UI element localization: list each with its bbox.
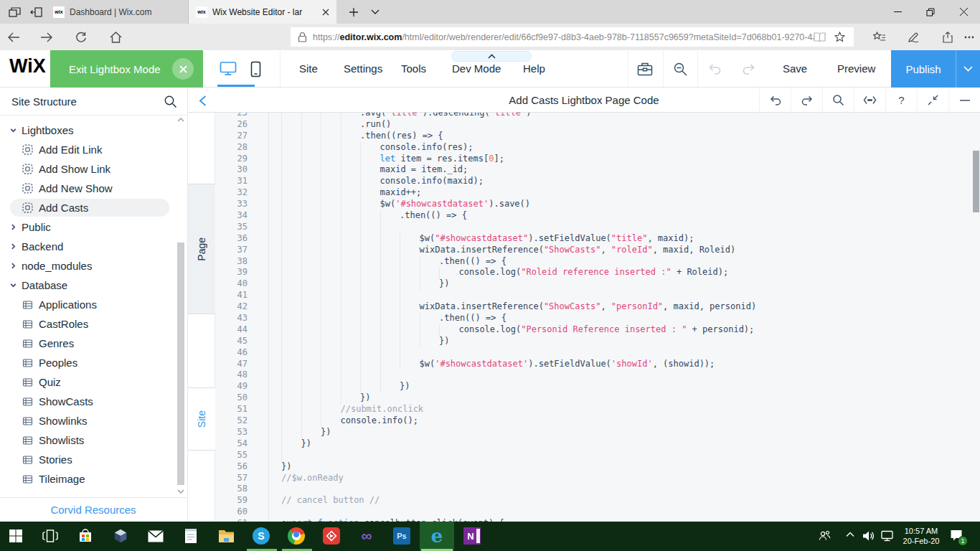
code-hide-panel-icon[interactable] <box>948 88 980 113</box>
virtualbox-icon[interactable] <box>112 527 129 545</box>
zoom-out-icon[interactable] <box>672 60 689 77</box>
tree-item-showcasts[interactable]: ShowCasts <box>0 392 188 411</box>
code-line-31[interactable]: 31console.info(maxid); <box>215 176 980 187</box>
code-line-25[interactable]: 25.avg('title').descending('title') <box>215 113 980 119</box>
code-line-34[interactable]: 34.then(() => { <box>215 210 980 222</box>
tab-close-icon[interactable] <box>322 9 329 16</box>
menu-settings[interactable]: Settings <box>344 50 382 88</box>
annotate-pen-icon[interactable] <box>903 27 924 47</box>
tree-item-add-casts[interactable]: Add Casts <box>0 198 188 217</box>
code-line-56[interactable]: 56}) <box>215 461 980 473</box>
code-line-36[interactable]: 36$w("#showcastdataset").setFieldValue("… <box>215 233 980 245</box>
code-line-30[interactable]: 30maxid = item._id; <box>215 164 980 176</box>
skype-icon[interactable]: S <box>253 527 270 545</box>
forward-icon[interactable] <box>36 27 57 47</box>
code-line-26[interactable]: 26.run() <box>215 119 980 131</box>
notepad-icon[interactable] <box>182 527 199 545</box>
code-line-32[interactable]: 32maxid++; <box>215 187 980 199</box>
code-line-48[interactable]: 48 <box>215 369 980 381</box>
corvid-resources-link[interactable]: Corvid Resources <box>50 504 136 516</box>
redo-icon[interactable] <box>740 60 758 77</box>
code-line-28[interactable]: 28console.info(res); <box>215 142 980 154</box>
code-line-60[interactable]: 60 <box>215 507 980 518</box>
desktop-view-icon[interactable] <box>220 60 237 77</box>
search-icon[interactable] <box>164 95 177 108</box>
browser-tab-dashboard[interactable]: wix Dashboard | Wix.com <box>46 0 189 24</box>
menu-tools[interactable]: Tools <box>401 50 426 88</box>
share-icon[interactable] <box>937 27 958 47</box>
refresh-icon[interactable] <box>70 27 92 47</box>
tree-item-quiz[interactable]: Quiz <box>0 372 188 392</box>
tree-item-add-new-show[interactable]: Add New Show <box>0 179 188 198</box>
mail-icon[interactable] <box>147 527 164 545</box>
code-scrollbar[interactable] <box>973 151 979 212</box>
url-field[interactable]: https://editor.wix.com/html/editor/web/r… <box>291 27 854 47</box>
start-button-icon[interactable] <box>7 527 24 545</box>
tree-item-applications[interactable]: Applications <box>0 295 188 314</box>
code-line-52[interactable]: 52console.info(); <box>215 415 980 427</box>
scroll-down-icon[interactable] <box>177 489 184 494</box>
more-options-icon[interactable] <box>958 27 980 47</box>
code-line-29[interactable]: 29let item = res.items[0]; <box>215 154 980 165</box>
tree-item-genres[interactable]: Genres <box>0 334 188 353</box>
code-line-41[interactable]: 41 <box>215 290 980 301</box>
window-close-button[interactable] <box>947 0 980 24</box>
file-explorer-icon[interactable] <box>217 527 235 545</box>
task-view-icon[interactable] <box>42 527 59 545</box>
publish-button[interactable]: Publish <box>891 50 956 88</box>
code-line-55[interactable]: 55 <box>215 450 980 461</box>
sidebar-scrollbar[interactable] <box>177 242 184 485</box>
code-line-51[interactable]: 51//submit.onclick <box>215 404 980 415</box>
code-line-38[interactable]: 38.then(() => { <box>215 256 980 268</box>
code-line-47[interactable]: 47$w('#showcastdataset').setFieldValue('… <box>215 359 980 370</box>
collapse-panel-chevron-icon[interactable] <box>195 94 209 107</box>
code-line-43[interactable]: 43.then(() => { <box>215 313 980 324</box>
taskbar-clock[interactable]: 10:57 AM 20-Feb-20 <box>898 526 944 546</box>
undo-icon[interactable] <box>706 60 723 77</box>
code-line-49[interactable]: 49}) <box>215 381 980 392</box>
close-icon[interactable] <box>172 58 194 80</box>
tree-item-public[interactable]: Public <box>0 217 188 237</box>
tree-item-lightboxes[interactable]: Lightboxes <box>0 121 188 140</box>
code-collapse-icon[interactable] <box>917 88 948 113</box>
tree-item-showlists[interactable]: Showlists <box>0 430 188 450</box>
publish-dropdown-button[interactable] <box>956 50 980 88</box>
window-restore-button[interactable] <box>914 0 947 24</box>
code-line-50[interactable]: 50}) <box>215 392 980 404</box>
code-line-44[interactable]: 44console.log("Personid Reference insert… <box>215 324 980 336</box>
code-line-39[interactable]: 39console.log("Roleid reference inserted… <box>215 267 980 278</box>
code-line-57[interactable]: 57//$w.onReady <box>215 473 980 484</box>
code-line-54[interactable]: 54}) <box>215 438 980 450</box>
reading-view-icon[interactable] <box>814 32 826 42</box>
visual-studio-icon[interactable]: ∞ <box>358 527 375 545</box>
add-favorite-star-icon[interactable] <box>834 32 845 42</box>
tree-item-castroles[interactable]: CastRoles <box>0 314 188 334</box>
browser-tab-editor[interactable]: wix Wix Website Editor - lar <box>189 0 336 24</box>
microsoft-store-icon[interactable] <box>77 527 94 545</box>
code-line-37[interactable]: 37wixData.insertReference("ShowCasts", "… <box>215 245 980 256</box>
code-line-33[interactable]: 33$w('#showcastdataset').save() <box>215 199 980 210</box>
tree-item-stories[interactable]: Stories <box>0 450 188 469</box>
tray-chevron-up-icon[interactable] <box>846 532 854 537</box>
code-help-icon[interactable]: ? <box>885 88 917 113</box>
code-undo-icon[interactable] <box>759 88 791 113</box>
code-line-58[interactable]: 58 <box>215 484 980 495</box>
code-redo-icon[interactable] <box>791 88 822 113</box>
new-tab-button[interactable] <box>343 0 364 24</box>
mobile-view-icon[interactable] <box>247 60 264 77</box>
tab-preview-chevron-icon[interactable] <box>365 0 385 24</box>
onenote-icon[interactable]: N <box>463 527 481 545</box>
tab-site-code[interactable]: Site <box>188 387 215 451</box>
save-button[interactable]: Save <box>783 50 807 88</box>
home-icon[interactable] <box>105 27 126 47</box>
code-line-27[interactable]: 27.then((res) => { <box>215 131 980 142</box>
code-line-45[interactable]: 45}) <box>215 336 980 347</box>
network-icon[interactable] <box>881 530 895 542</box>
restore-tabs-icon[interactable] <box>26 3 46 21</box>
tree-item-add-show-link[interactable]: Add Show Link <box>0 159 188 179</box>
tabs-set-aside-icon[interactable] <box>4 3 24 21</box>
tree-item-backend[interactable]: Backend <box>0 237 188 256</box>
tab-page-code[interactable]: Page <box>188 184 215 314</box>
photoshop-icon[interactable]: Ps <box>393 527 410 545</box>
code-editor[interactable]: 25.avg('title').descending('title')26.ru… <box>215 113 980 522</box>
